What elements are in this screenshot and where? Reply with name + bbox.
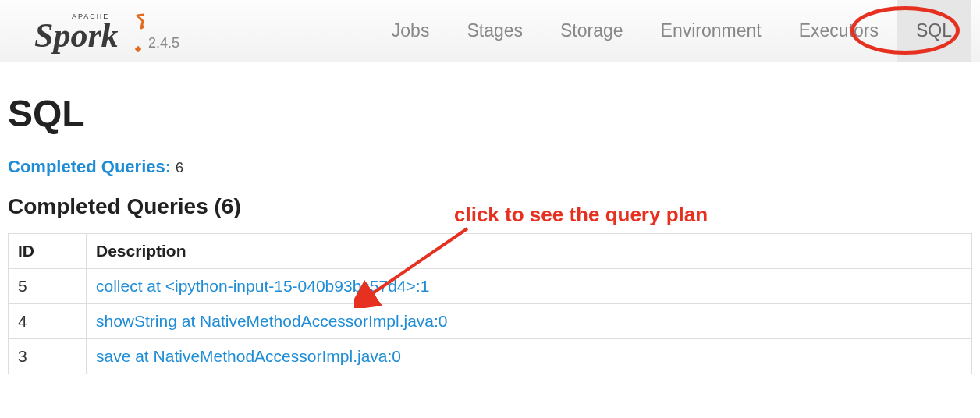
page-title: SQL (8, 92, 972, 135)
spark-star-icon (137, 8, 144, 28)
completed-queries-link[interactable]: Completed Queries: (8, 157, 171, 176)
nav-item-jobs[interactable]: Jobs (373, 0, 449, 62)
col-id[interactable]: ID (9, 234, 87, 269)
queries-table: ID Description 5 collect at <ipython-inp… (8, 233, 972, 374)
brand-version: 2.4.5 (148, 35, 179, 51)
table-row: 4 showString at NativeMethodAccessorImpl… (9, 304, 972, 339)
cell-description: collect at <ipython-input-15-040b93bc57d… (87, 269, 972, 304)
cell-id: 4 (9, 304, 87, 339)
nav-item-stages[interactable]: Stages (448, 0, 541, 62)
section-summary: Completed Queries:6 (8, 157, 972, 177)
table-heading: Completed Queries (6) (8, 194, 972, 219)
nav-item-sql[interactable]: SQL (897, 0, 971, 62)
col-description[interactable]: Description (87, 234, 972, 269)
completed-queries-count: 6 (176, 160, 183, 175)
nav-item-environment[interactable]: Environment (642, 0, 780, 62)
table-header-row: ID Description (9, 234, 972, 269)
cell-description: save at NativeMethodAccessorImpl.java:0 (87, 339, 972, 374)
query-link[interactable]: collect at <ipython-input-15-040b93bc57d… (96, 277, 429, 295)
spark-logo: APACHE Spork (34, 6, 144, 56)
query-link[interactable]: showString at NativeMethodAccessorImpl.j… (96, 312, 448, 330)
cell-id: 5 (9, 269, 87, 304)
cell-id: 3 (9, 339, 87, 374)
nav-item-storage[interactable]: Storage (541, 0, 642, 62)
navbar: APACHE Spork 2.4.5 Jobs Stages Storage E… (0, 0, 980, 62)
table-row: 3 save at NativeMethodAccessorImpl.java:… (9, 339, 972, 374)
query-link[interactable]: save at NativeMethodAccessorImpl.java:0 (96, 347, 401, 365)
brand-name: Spork (34, 16, 119, 55)
spark-dot-icon (135, 45, 141, 51)
nav-links: Jobs Stages Storage Environment Executor… (373, 0, 971, 62)
cell-description: showString at NativeMethodAccessorImpl.j… (87, 304, 972, 339)
brand[interactable]: APACHE Spork 2.4.5 (34, 6, 179, 56)
table-row: 5 collect at <ipython-input-15-040b93bc5… (9, 269, 972, 304)
nav-item-executors[interactable]: Executors (780, 0, 897, 62)
content: SQL Completed Queries:6 Completed Querie… (0, 62, 980, 382)
